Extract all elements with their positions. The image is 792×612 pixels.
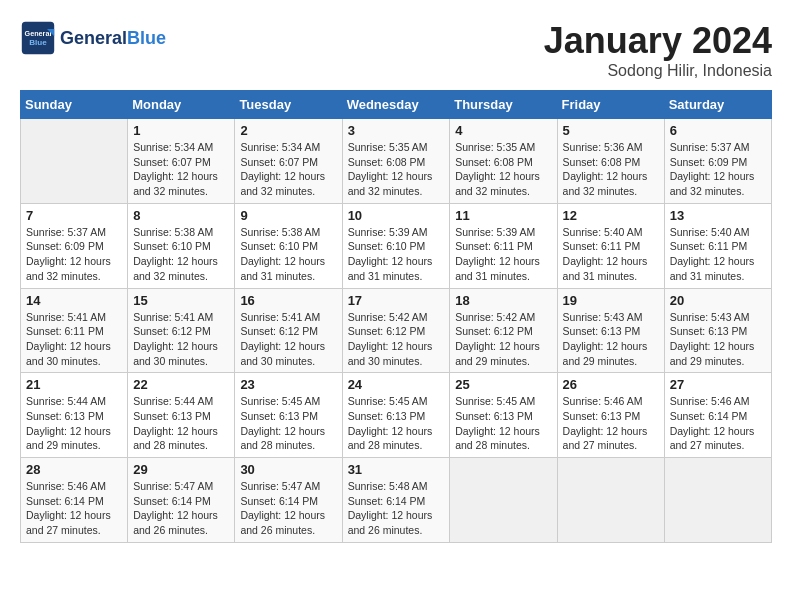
calendar-cell: 13Sunrise: 5:40 AM Sunset: 6:11 PM Dayli… <box>664 203 771 288</box>
calendar-cell <box>21 119 128 204</box>
calendar-cell: 19Sunrise: 5:43 AM Sunset: 6:13 PM Dayli… <box>557 288 664 373</box>
calendar-cell: 4Sunrise: 5:35 AM Sunset: 6:08 PM Daylig… <box>450 119 557 204</box>
calendar-cell: 29Sunrise: 5:47 AM Sunset: 6:14 PM Dayli… <box>128 458 235 543</box>
calendar-cell: 21Sunrise: 5:44 AM Sunset: 6:13 PM Dayli… <box>21 373 128 458</box>
day-info: Sunrise: 5:42 AM Sunset: 6:12 PM Dayligh… <box>455 310 551 369</box>
day-info: Sunrise: 5:41 AM Sunset: 6:12 PM Dayligh… <box>133 310 229 369</box>
day-info: Sunrise: 5:48 AM Sunset: 6:14 PM Dayligh… <box>348 479 445 538</box>
day-info: Sunrise: 5:34 AM Sunset: 6:07 PM Dayligh… <box>133 140 229 199</box>
calendar-cell: 20Sunrise: 5:43 AM Sunset: 6:13 PM Dayli… <box>664 288 771 373</box>
day-info: Sunrise: 5:35 AM Sunset: 6:08 PM Dayligh… <box>455 140 551 199</box>
day-number: 13 <box>670 208 766 223</box>
calendar-week-row: 7Sunrise: 5:37 AM Sunset: 6:09 PM Daylig… <box>21 203 772 288</box>
day-info: Sunrise: 5:44 AM Sunset: 6:13 PM Dayligh… <box>26 394 122 453</box>
day-number: 25 <box>455 377 551 392</box>
calendar-cell: 24Sunrise: 5:45 AM Sunset: 6:13 PM Dayli… <box>342 373 450 458</box>
calendar-week-row: 28Sunrise: 5:46 AM Sunset: 6:14 PM Dayli… <box>21 458 772 543</box>
day-number: 16 <box>240 293 336 308</box>
day-info: Sunrise: 5:40 AM Sunset: 6:11 PM Dayligh… <box>670 225 766 284</box>
day-info: Sunrise: 5:45 AM Sunset: 6:13 PM Dayligh… <box>240 394 336 453</box>
column-header-saturday: Saturday <box>664 91 771 119</box>
day-info: Sunrise: 5:42 AM Sunset: 6:12 PM Dayligh… <box>348 310 445 369</box>
day-number: 20 <box>670 293 766 308</box>
day-number: 30 <box>240 462 336 477</box>
calendar-header-row: SundayMondayTuesdayWednesdayThursdayFrid… <box>21 91 772 119</box>
location: Sodong Hilir, Indonesia <box>544 62 772 80</box>
day-number: 31 <box>348 462 445 477</box>
day-info: Sunrise: 5:37 AM Sunset: 6:09 PM Dayligh… <box>670 140 766 199</box>
day-number: 10 <box>348 208 445 223</box>
day-number: 11 <box>455 208 551 223</box>
day-info: Sunrise: 5:44 AM Sunset: 6:13 PM Dayligh… <box>133 394 229 453</box>
day-info: Sunrise: 5:35 AM Sunset: 6:08 PM Dayligh… <box>348 140 445 199</box>
day-info: Sunrise: 5:39 AM Sunset: 6:10 PM Dayligh… <box>348 225 445 284</box>
column-header-monday: Monday <box>128 91 235 119</box>
day-number: 1 <box>133 123 229 138</box>
calendar-cell: 15Sunrise: 5:41 AM Sunset: 6:12 PM Dayli… <box>128 288 235 373</box>
day-number: 5 <box>563 123 659 138</box>
day-number: 3 <box>348 123 445 138</box>
day-info: Sunrise: 5:43 AM Sunset: 6:13 PM Dayligh… <box>670 310 766 369</box>
calendar-week-row: 21Sunrise: 5:44 AM Sunset: 6:13 PM Dayli… <box>21 373 772 458</box>
day-number: 17 <box>348 293 445 308</box>
day-number: 24 <box>348 377 445 392</box>
day-info: Sunrise: 5:38 AM Sunset: 6:10 PM Dayligh… <box>240 225 336 284</box>
calendar-cell: 1Sunrise: 5:34 AM Sunset: 6:07 PM Daylig… <box>128 119 235 204</box>
calendar-cell: 31Sunrise: 5:48 AM Sunset: 6:14 PM Dayli… <box>342 458 450 543</box>
column-header-wednesday: Wednesday <box>342 91 450 119</box>
day-number: 8 <box>133 208 229 223</box>
day-info: Sunrise: 5:43 AM Sunset: 6:13 PM Dayligh… <box>563 310 659 369</box>
day-info: Sunrise: 5:47 AM Sunset: 6:14 PM Dayligh… <box>133 479 229 538</box>
calendar-cell: 27Sunrise: 5:46 AM Sunset: 6:14 PM Dayli… <box>664 373 771 458</box>
calendar-cell: 2Sunrise: 5:34 AM Sunset: 6:07 PM Daylig… <box>235 119 342 204</box>
day-info: Sunrise: 5:47 AM Sunset: 6:14 PM Dayligh… <box>240 479 336 538</box>
day-number: 21 <box>26 377 122 392</box>
day-number: 19 <box>563 293 659 308</box>
day-number: 9 <box>240 208 336 223</box>
day-number: 12 <box>563 208 659 223</box>
day-info: Sunrise: 5:36 AM Sunset: 6:08 PM Dayligh… <box>563 140 659 199</box>
day-number: 14 <box>26 293 122 308</box>
day-number: 26 <box>563 377 659 392</box>
calendar-cell: 30Sunrise: 5:47 AM Sunset: 6:14 PM Dayli… <box>235 458 342 543</box>
logo: General Blue GeneralBlue <box>20 20 166 56</box>
calendar-cell: 7Sunrise: 5:37 AM Sunset: 6:09 PM Daylig… <box>21 203 128 288</box>
calendar-cell: 25Sunrise: 5:45 AM Sunset: 6:13 PM Dayli… <box>450 373 557 458</box>
day-number: 29 <box>133 462 229 477</box>
day-number: 22 <box>133 377 229 392</box>
title-area: January 2024 Sodong Hilir, Indonesia <box>544 20 772 80</box>
day-info: Sunrise: 5:41 AM Sunset: 6:11 PM Dayligh… <box>26 310 122 369</box>
column-header-tuesday: Tuesday <box>235 91 342 119</box>
calendar-cell: 26Sunrise: 5:46 AM Sunset: 6:13 PM Dayli… <box>557 373 664 458</box>
day-number: 27 <box>670 377 766 392</box>
calendar-cell: 3Sunrise: 5:35 AM Sunset: 6:08 PM Daylig… <box>342 119 450 204</box>
day-info: Sunrise: 5:39 AM Sunset: 6:11 PM Dayligh… <box>455 225 551 284</box>
logo-icon: General Blue <box>20 20 56 56</box>
calendar-cell: 10Sunrise: 5:39 AM Sunset: 6:10 PM Dayli… <box>342 203 450 288</box>
month-title: January 2024 <box>544 20 772 62</box>
day-info: Sunrise: 5:34 AM Sunset: 6:07 PM Dayligh… <box>240 140 336 199</box>
day-number: 18 <box>455 293 551 308</box>
calendar-table: SundayMondayTuesdayWednesdayThursdayFrid… <box>20 90 772 543</box>
day-info: Sunrise: 5:40 AM Sunset: 6:11 PM Dayligh… <box>563 225 659 284</box>
calendar-cell: 5Sunrise: 5:36 AM Sunset: 6:08 PM Daylig… <box>557 119 664 204</box>
calendar-cell: 18Sunrise: 5:42 AM Sunset: 6:12 PM Dayli… <box>450 288 557 373</box>
column-header-friday: Friday <box>557 91 664 119</box>
calendar-cell: 11Sunrise: 5:39 AM Sunset: 6:11 PM Dayli… <box>450 203 557 288</box>
day-info: Sunrise: 5:45 AM Sunset: 6:13 PM Dayligh… <box>348 394 445 453</box>
calendar-cell <box>557 458 664 543</box>
calendar-cell: 16Sunrise: 5:41 AM Sunset: 6:12 PM Dayli… <box>235 288 342 373</box>
logo-general-text: General <box>60 28 127 48</box>
calendar-cell: 6Sunrise: 5:37 AM Sunset: 6:09 PM Daylig… <box>664 119 771 204</box>
svg-text:Blue: Blue <box>29 38 47 47</box>
day-number: 28 <box>26 462 122 477</box>
calendar-cell: 17Sunrise: 5:42 AM Sunset: 6:12 PM Dayli… <box>342 288 450 373</box>
day-number: 15 <box>133 293 229 308</box>
calendar-cell: 9Sunrise: 5:38 AM Sunset: 6:10 PM Daylig… <box>235 203 342 288</box>
day-number: 7 <box>26 208 122 223</box>
calendar-cell <box>664 458 771 543</box>
calendar-cell: 12Sunrise: 5:40 AM Sunset: 6:11 PM Dayli… <box>557 203 664 288</box>
day-number: 4 <box>455 123 551 138</box>
calendar-week-row: 1Sunrise: 5:34 AM Sunset: 6:07 PM Daylig… <box>21 119 772 204</box>
day-info: Sunrise: 5:46 AM Sunset: 6:14 PM Dayligh… <box>670 394 766 453</box>
